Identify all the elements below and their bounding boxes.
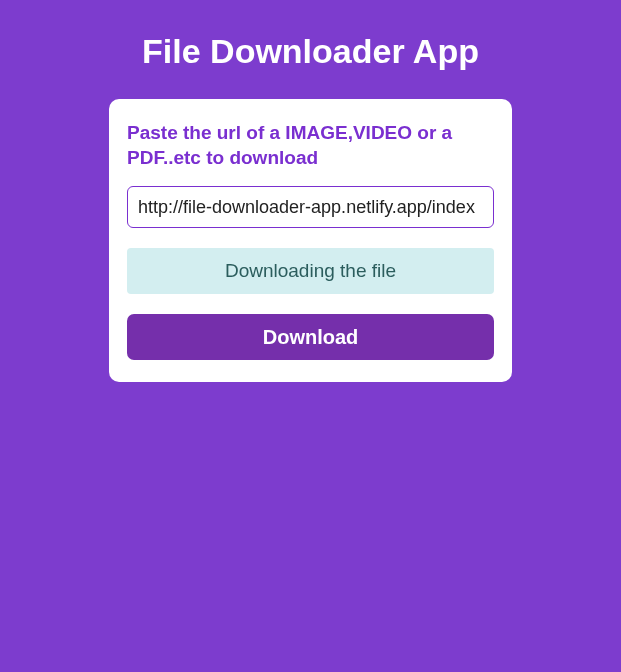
download-button[interactable]: Download <box>127 314 494 360</box>
page-title: File Downloader App <box>0 0 621 99</box>
url-input[interactable] <box>127 186 494 228</box>
status-message: Downloading the file <box>127 248 494 294</box>
downloader-card: Paste the url of a IMAGE,VIDEO or a PDF.… <box>109 99 512 382</box>
instruction-text: Paste the url of a IMAGE,VIDEO or a PDF.… <box>127 121 494 170</box>
